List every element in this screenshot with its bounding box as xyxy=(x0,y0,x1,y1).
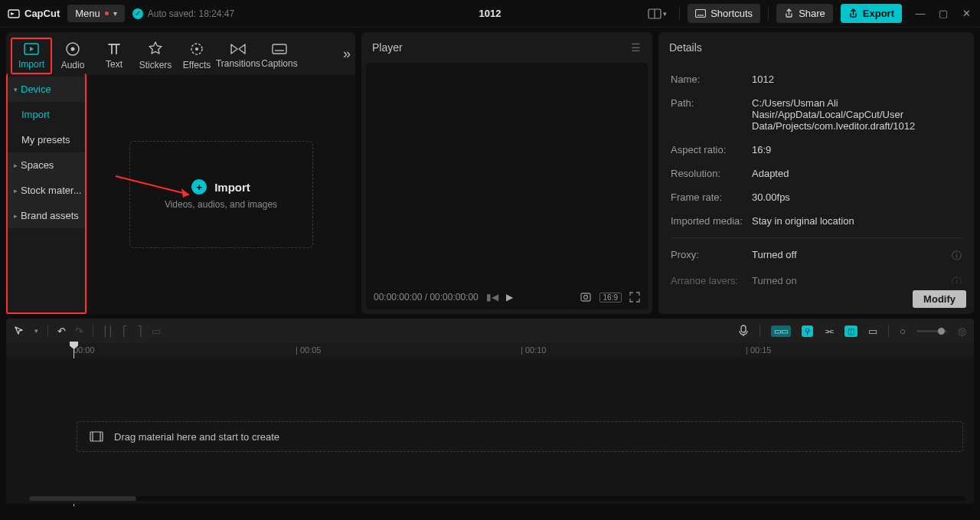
zoom-out-button[interactable]: ○ xyxy=(900,325,906,337)
tab-text[interactable]: Text xyxy=(93,39,135,73)
keyboard-icon xyxy=(695,9,706,18)
k-arrange: Arrange layers: xyxy=(671,275,752,284)
import-drop-subtitle: Videos, audios, and images xyxy=(165,199,277,210)
delete-button[interactable]: ▭ xyxy=(152,325,161,337)
layout-switch-button[interactable]: ▾ xyxy=(648,8,671,19)
trim-right-button[interactable]: ⎤ xyxy=(137,325,142,337)
tab-audio-label: Audio xyxy=(61,60,85,70)
snap-toggle[interactable]: ▭▭ xyxy=(771,325,791,337)
aspect-ratio-badge[interactable]: 16:9 xyxy=(599,293,622,303)
split-button[interactable]: ⎮⎮ xyxy=(103,325,113,337)
ruler-mark: | 00:10 xyxy=(521,345,546,355)
brand-label: Brand assets xyxy=(21,210,79,221)
cursor-dropdown-icon[interactable]: ▾ xyxy=(34,327,38,335)
fullscreen-icon[interactable] xyxy=(629,292,640,303)
preview-toggle[interactable]: ◫ xyxy=(844,325,858,337)
svg-point-14 xyxy=(583,296,587,299)
sidebar-item-presets[interactable]: My presets xyxy=(8,127,85,152)
v-path: C:/Users/Usman Ali Nasir/AppData/Local/C… xyxy=(752,97,962,132)
k-aspect: Aspect ratio: xyxy=(671,144,752,155)
project-title: 1012 xyxy=(479,8,501,19)
sidebar-item-import[interactable]: Import xyxy=(8,102,85,127)
chevron-down-icon: ▾ xyxy=(14,86,18,93)
cover-button[interactable]: ▭ xyxy=(868,325,877,337)
tabs-more-button[interactable]: » xyxy=(343,46,351,62)
audio-icon xyxy=(65,41,80,57)
tab-import[interactable]: Import xyxy=(11,38,52,74)
magnet-toggle[interactable]: ⚲ xyxy=(802,325,813,337)
tab-stickers[interactable]: Stickers xyxy=(135,38,176,74)
v-arrange: Turned on xyxy=(752,275,952,284)
title-bar: CapCut Menu ▾ ✓ Auto saved: 18:24:47 101… xyxy=(0,0,980,28)
separator xyxy=(93,325,93,337)
timeline-ruler[interactable]: 00:00 | 00:05 | 00:10 | 00:15 xyxy=(6,343,974,358)
plus-icon: + xyxy=(191,179,207,195)
player-menu-icon[interactable]: ☰ xyxy=(631,41,642,54)
separator xyxy=(768,7,769,21)
sidebar-group-spaces[interactable]: ▸Spaces xyxy=(8,152,85,178)
autosave-label: Auto saved: 18:24:47 xyxy=(148,8,234,19)
zoom-fit-button[interactable]: ◎ xyxy=(958,325,966,337)
tab-transitions-label: Transitions xyxy=(216,58,260,69)
svg-rect-10 xyxy=(273,44,286,54)
player-panel: Player ☰ 00:00:00:00 / 00:00:00:00 ▮◀ ▶ … xyxy=(361,32,652,314)
trim-left-button[interactable]: ⎡ xyxy=(122,325,128,337)
import-drop-zone[interactable]: + Import Videos, audios, and images xyxy=(129,141,313,248)
separator xyxy=(679,7,680,21)
device-label: Device xyxy=(21,83,51,95)
k-path: Path: xyxy=(671,97,752,132)
svg-rect-3 xyxy=(696,10,706,18)
zoom-slider[interactable] xyxy=(916,330,947,332)
redo-button[interactable]: ↷ xyxy=(75,325,83,337)
details-panel: Details Name:1012 Path:C:/Users/Usman Al… xyxy=(658,32,974,314)
timeline-drop-hint: Drag material here and start to create xyxy=(77,421,963,452)
info-icon[interactable]: ⓘ xyxy=(952,249,962,263)
v-res: Adapted xyxy=(752,168,962,179)
menu-label: Menu xyxy=(75,8,100,19)
share-button[interactable]: Share xyxy=(776,4,833,23)
export-button[interactable]: Export xyxy=(841,4,902,23)
tab-effects-label: Effects xyxy=(183,60,211,70)
separator xyxy=(888,325,889,337)
sidebar-group-stock[interactable]: ▸Stock mater... xyxy=(8,178,85,203)
minimize-button[interactable]: — xyxy=(914,8,926,19)
play-button[interactable]: ▶ xyxy=(506,292,513,303)
player-viewport[interactable]: 00:00:00:00 / 00:00:00:00 ▮◀ ▶ 16:9 xyxy=(366,63,648,309)
spaces-label: Spaces xyxy=(21,159,54,171)
media-drop-area[interactable]: + Import Videos, audios, and images xyxy=(87,75,355,314)
k-res: Resolution: xyxy=(671,168,752,179)
stock-label: Stock mater... xyxy=(21,185,81,196)
player-timecode: 00:00:00:00 / 00:00:00:00 xyxy=(374,292,479,303)
snapshot-icon[interactable] xyxy=(580,291,592,303)
shortcuts-label: Shortcuts xyxy=(710,8,753,19)
import-icon xyxy=(23,42,40,56)
tab-audio[interactable]: Audio xyxy=(52,38,93,74)
layout-icon xyxy=(648,8,662,19)
player-controls: 00:00:00:00 / 00:00:00:00 ▮◀ ▶ 16:9 xyxy=(366,285,648,309)
modify-button[interactable]: Modify xyxy=(913,290,966,308)
sidebar-group-device[interactable]: ▾Device xyxy=(8,77,85,102)
undo-button[interactable]: ↶ xyxy=(57,325,66,337)
timeline-scrollbar[interactable] xyxy=(29,496,966,501)
tab-effects[interactable]: Effects xyxy=(176,38,217,74)
svg-point-7 xyxy=(71,47,75,51)
link-button[interactable]: ⫘ xyxy=(824,325,834,337)
shortcuts-button[interactable]: Shortcuts xyxy=(688,4,760,23)
sidebar-group-brand[interactable]: ▸Brand assets xyxy=(8,203,85,228)
info-icon[interactable]: ⓘ xyxy=(952,275,962,284)
cursor-icon[interactable] xyxy=(14,325,25,337)
tab-captions[interactable]: Captions xyxy=(259,40,300,72)
chevron-right-icon: ▸ xyxy=(14,187,18,195)
mic-icon[interactable] xyxy=(738,325,749,337)
timeline-tracks[interactable]: Drag material here and start to create xyxy=(6,358,974,504)
export-label: Export xyxy=(863,8,894,19)
captions-icon xyxy=(271,43,288,55)
menu-button[interactable]: Menu ▾ xyxy=(67,5,125,22)
tab-transitions[interactable]: Transitions xyxy=(217,40,259,72)
maximize-button[interactable]: ▢ xyxy=(937,8,949,19)
k-name: Name: xyxy=(671,74,752,85)
prev-frame-button[interactable]: ▮◀ xyxy=(486,292,498,303)
close-button[interactable]: ✕ xyxy=(960,8,972,19)
share-icon xyxy=(784,8,794,18)
ruler-mark: | 00:05 xyxy=(296,345,321,355)
